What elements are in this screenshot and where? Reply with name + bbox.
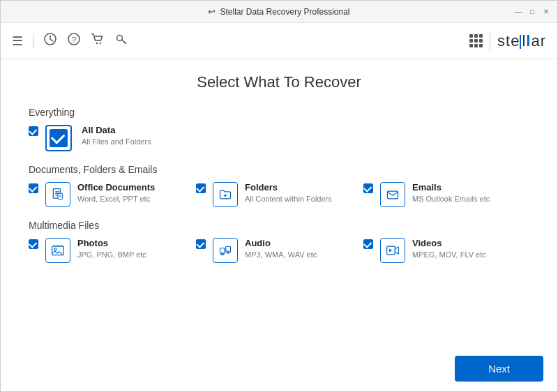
- svg-point-4: [100, 43, 101, 44]
- svg-marker-16: [389, 249, 392, 252]
- audio-name: Audio: [245, 238, 317, 250]
- folders-text: Folders All Content within Folders: [245, 182, 332, 204]
- items-row-everything: All Data All Files and Folders: [29, 125, 529, 151]
- option-office-docs: Office Documents Word, Excel, PPT etc: [29, 182, 168, 207]
- office-docs-icon: [45, 182, 70, 207]
- section-label-documents: Documents, Folders & Emails: [29, 164, 529, 175]
- folders-name: Folders: [245, 182, 332, 194]
- key-icon[interactable]: [114, 32, 128, 50]
- section-documents: Documents, Folders & Emails Office Docum…: [29, 164, 529, 207]
- alldata-text: All Data All Files and Folders: [82, 125, 151, 147]
- option-audio: Audio MP3, WMA, WAV etc: [196, 238, 335, 263]
- audio-icon: [213, 238, 238, 263]
- section-multimedia: Multimedia Files Photos JPG, PN: [29, 220, 529, 263]
- photos-name: Photos: [77, 238, 146, 250]
- footer: Next: [1, 349, 557, 391]
- checkbox-photos[interactable]: [29, 239, 38, 249]
- cb-small-all-data[interactable]: [29, 126, 38, 136]
- window-title: ↩ Stellar Data Recovery Professional: [208, 6, 349, 17]
- alldata-big-checkbox-inner: [50, 129, 68, 147]
- audio-text: Audio MP3, WMA, WAV etc: [245, 238, 317, 260]
- option-all-data: All Data All Files and Folders: [29, 125, 168, 151]
- emails-name: Emails: [412, 182, 490, 194]
- history-icon[interactable]: [43, 32, 57, 50]
- alldata-desc: All Files and Folders: [82, 137, 151, 147]
- checkbox-audio[interactable]: [196, 239, 206, 249]
- alldata-name: All Data: [82, 125, 151, 137]
- office-docs-text: Office Documents Word, Excel, PPT etc: [77, 182, 155, 204]
- items-row-multimedia: Photos JPG, PNG, BMP etc: [29, 238, 529, 263]
- option-photos: Photos JPG, PNG, BMP etc: [29, 238, 168, 263]
- svg-point-10: [54, 248, 56, 250]
- brand-logo: stellar: [497, 32, 546, 50]
- cb-small-audio[interactable]: [196, 239, 206, 249]
- section-label-multimedia: Multimedia Files: [29, 220, 529, 231]
- office-docs-desc: Word, Excel, PPT etc: [77, 194, 155, 204]
- office-docs-name: Office Documents: [77, 182, 155, 194]
- titlebar: ↩ Stellar Data Recovery Professional — □…: [1, 1, 557, 23]
- svg-point-3: [96, 43, 98, 44]
- videos-text: Videos MPEG, MOV, FLV etc: [412, 238, 486, 260]
- back-icon[interactable]: ↩: [208, 6, 216, 17]
- folders-icon: [213, 182, 238, 207]
- option-emails: Emails MS Outlook Emails etc: [363, 182, 503, 207]
- app-title: Stellar Data Recovery Professional: [220, 7, 349, 17]
- audio-desc: MP3, WMA, WAV etc: [245, 250, 317, 260]
- minimize-button[interactable]: —: [514, 8, 522, 16]
- svg-text:?: ?: [72, 36, 76, 44]
- next-button[interactable]: Next: [455, 356, 543, 382]
- items-row-documents: Office Documents Word, Excel, PPT etc Fo…: [29, 182, 529, 207]
- cb-small-photos[interactable]: [29, 239, 38, 249]
- videos-desc: MPEG, MOV, FLV etc: [412, 250, 486, 260]
- cb-small-office[interactable]: [29, 183, 38, 193]
- section-label-everything: Everything: [29, 107, 529, 118]
- brand-divider: [490, 31, 490, 51]
- videos-name: Videos: [412, 238, 486, 250]
- maximize-button[interactable]: □: [528, 8, 536, 16]
- option-videos: Videos MPEG, MOV, FLV etc: [363, 238, 503, 263]
- checkbox-videos[interactable]: [363, 239, 373, 249]
- toolbar: ☰ ?: [1, 23, 557, 59]
- toolbar-divider-1: [33, 33, 33, 49]
- main-content: Select What To Recover Everything All Da…: [1, 59, 557, 349]
- photos-desc: JPG, PNG, BMP etc: [77, 250, 146, 260]
- help-icon[interactable]: ?: [67, 32, 81, 50]
- photos-text: Photos JPG, PNG, BMP etc: [77, 238, 146, 260]
- cb-small-emails[interactable]: [363, 183, 373, 193]
- videos-icon: [380, 238, 405, 263]
- folders-desc: All Content within Folders: [245, 194, 332, 204]
- alldata-big-checkbox[interactable]: [45, 125, 72, 151]
- emails-text: Emails MS Outlook Emails etc: [412, 182, 490, 204]
- option-folders: Folders All Content within Folders: [196, 182, 335, 207]
- menu-icon[interactable]: ☰: [12, 33, 23, 49]
- close-button[interactable]: ✕: [542, 8, 550, 16]
- section-everything: Everything All Data All Files and Folder…: [29, 107, 529, 151]
- checkbox-office-docs[interactable]: [29, 183, 38, 193]
- emails-desc: MS Outlook Emails etc: [412, 194, 490, 204]
- checkbox-folders[interactable]: [196, 183, 206, 193]
- checkbox-all-data[interactable]: [29, 126, 38, 136]
- cart-icon[interactable]: [91, 32, 105, 50]
- photos-icon: [45, 238, 70, 263]
- emails-icon: [380, 182, 405, 207]
- page-title: Select What To Recover: [29, 73, 529, 91]
- cb-small-folders[interactable]: [196, 183, 206, 193]
- checkbox-emails[interactable]: [363, 183, 373, 193]
- grid-icon[interactable]: [469, 34, 483, 47]
- svg-rect-8: [388, 191, 398, 199]
- cb-small-videos[interactable]: [363, 239, 373, 249]
